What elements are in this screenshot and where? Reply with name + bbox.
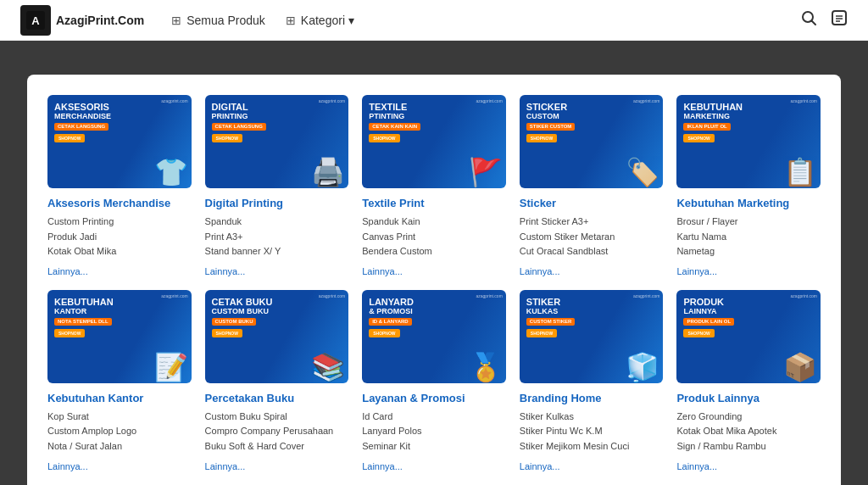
- list-item: Lanyard Polos: [362, 424, 506, 439]
- product-more-kantor[interactable]: Lainnya...: [47, 461, 192, 471]
- product-title-aksesoris: Aksesoris Merchandise: [47, 197, 192, 209]
- kategori-icon: ⊞: [286, 14, 296, 27]
- banner-emoji-sticker: 🏷️: [626, 156, 659, 188]
- list-item: Stiker Pintu Wc K.M: [520, 424, 664, 439]
- list-item: Seminar Kit: [362, 439, 506, 454]
- svg-line-3: [812, 21, 816, 25]
- logo-icon: A: [20, 5, 51, 36]
- list-item: Zero Grounding: [676, 410, 821, 425]
- list-item: Kotak Obat Mika Apotek: [676, 424, 821, 439]
- header: A AzagiPrint.Com ⊞ Semua Produk ⊞ Katego…: [0, 0, 868, 41]
- banner-emoji-buku: 📚: [311, 351, 345, 383]
- product-more-marketing[interactable]: Lainnya...: [676, 266, 821, 276]
- product-title-kantor: Kebutuhan Kantor: [47, 392, 192, 404]
- product-more-aksesoris[interactable]: Lainnya...: [47, 266, 192, 276]
- product-banner-lainnya[interactable]: PRODUK LAINNYA PRODUK LAIN OL SHOPNOW az…: [676, 290, 821, 383]
- banner-emoji-textile: 🚩: [469, 156, 503, 188]
- azagi-logo-small-textile: azagprint.com: [476, 98, 502, 103]
- product-more-lanyard[interactable]: Lainnya...: [362, 461, 506, 471]
- list-item: Compro Company Perusahaan: [205, 424, 349, 439]
- banner-title-sticker: STICKER CUSTOM STIKER CUSTOM SHOPNOW: [526, 102, 594, 142]
- product-banner-textile[interactable]: TEXTILE PTINTING CETAK KAIN KAIN SHOPNOW…: [362, 95, 506, 188]
- product-title-lainnya: Produk Lainnya: [676, 392, 821, 404]
- banner-emoji-lainnya: 📦: [783, 351, 817, 383]
- banner-emoji-kantor: 📝: [154, 351, 188, 383]
- list-item: Print Sticker A3+: [520, 215, 664, 230]
- logo-area[interactable]: A AzagiPrint.Com: [20, 5, 144, 36]
- nav-actions: [800, 9, 848, 31]
- banner-emoji-branding: 🧊: [626, 351, 659, 383]
- azagi-logo-small-kantor: azagprint.com: [161, 293, 187, 298]
- product-items-lanyard: Id CardLanyard PolosSeminar Kit: [362, 410, 506, 454]
- product-banner-lanyard[interactable]: LANYARD & PROMOSI ID & LANYARD SHOPNOW a…: [362, 290, 506, 383]
- product-banner-marketing[interactable]: KEBUTUHAN MARKETING IKLAN PLUIT OL SHOPN…: [676, 95, 821, 188]
- product-card-digital: DIGITAL PRINTING CETAK LANGSUNG SHOPNOW …: [205, 95, 349, 276]
- product-items-lainnya: Zero GroundingKotak Obat Mika ApotekSign…: [676, 410, 821, 454]
- product-banner-aksesoris[interactable]: AKSESORIS MERCHANDISE CETAK LANGSUNG SHO…: [47, 95, 192, 188]
- list-item: Kop Surat: [47, 410, 192, 425]
- product-title-branding: Branding Home: [520, 392, 664, 404]
- product-more-branding[interactable]: Lainnya...: [520, 461, 664, 471]
- product-title-digital: Digital Printing: [205, 197, 349, 209]
- product-title-lanyard: Layanan & Promosi: [362, 392, 506, 404]
- product-card-buku: CETAK BUKU CUSTOM BUKU CUSTOM BUKU SHOPN…: [205, 290, 349, 471]
- product-more-buku[interactable]: Lainnya...: [205, 461, 349, 471]
- product-banner-branding[interactable]: STIKER KULKAS CUSTOM STIKER SHOPNOW azag…: [520, 290, 664, 383]
- azagi-logo-small-buku: azagprint.com: [319, 293, 345, 298]
- list-item: Custom Printing: [47, 215, 192, 230]
- product-items-aksesoris: Custom PrintingProduk JadiKotak Obat Mik…: [47, 215, 192, 259]
- banner-emoji-aksesoris: 👕: [154, 156, 188, 188]
- list-item: Stand banner X/ Y: [205, 244, 349, 259]
- product-items-digital: SpandukPrint A3+Stand banner X/ Y: [205, 215, 349, 259]
- product-title-sticker: Sticker: [520, 197, 664, 209]
- product-title-buku: Percetakan Buku: [205, 392, 349, 404]
- list-item: Custom Amplop Logo: [47, 424, 192, 439]
- product-banner-buku[interactable]: CETAK BUKU CUSTOM BUKU CUSTOM BUKU SHOPN…: [205, 290, 349, 383]
- banner-title-lanyard: LANYARD & PROMOSI ID & LANYARD SHOPNOW: [369, 297, 437, 337]
- banner-emoji-lanyard: 🏅: [469, 351, 503, 383]
- nav-semua-produk[interactable]: ⊞ Semua Produk: [171, 10, 265, 31]
- list-item: Id Card: [362, 410, 506, 425]
- azagi-logo-small-marketing: azagprint.com: [791, 98, 817, 103]
- list-item: Stiker Kulkas: [520, 410, 664, 425]
- list-item: Bendera Custom: [362, 244, 506, 259]
- list-item: Buku Soft & Hard Cover: [205, 439, 349, 454]
- product-items-branding: Stiker KulkasStiker Pintu Wc K.MStiker M…: [520, 410, 664, 454]
- banner-emoji-marketing: 📋: [783, 156, 817, 188]
- product-more-sticker[interactable]: Lainnya...: [520, 266, 664, 276]
- banner-title-lainnya: PRODUK LAINNYA PRODUK LAIN OL SHOPNOW: [683, 297, 751, 337]
- product-card-sticker: STICKER CUSTOM STIKER CUSTOM SHOPNOW aza…: [520, 95, 664, 276]
- list-item: Cut Oracal Sandblast: [520, 244, 664, 259]
- banner-title-branding: STIKER KULKAS CUSTOM STIKER SHOPNOW: [526, 297, 594, 337]
- product-card-textile: TEXTILE PTINTING CETAK KAIN KAIN SHOPNOW…: [362, 95, 506, 276]
- product-card-aksesoris: AKSESORIS MERCHANDISE CETAK LANGSUNG SHO…: [47, 95, 192, 276]
- product-card-lainnya: PRODUK LAINNYA PRODUK LAIN OL SHOPNOW az…: [676, 290, 821, 471]
- main-nav: ⊞ Semua Produk ⊞ Kategori ▾: [171, 10, 800, 31]
- azagi-logo-small-sticker: azagprint.com: [633, 98, 659, 103]
- product-items-buku: Custom Buku SpiralCompro Company Perusah…: [205, 410, 349, 454]
- product-items-sticker: Print Sticker A3+Custom Stiker MetaranCu…: [520, 215, 664, 259]
- product-banner-kantor[interactable]: KEBUTUHAN KANTOR NOTA STEMPEL DLL SHOPNO…: [47, 290, 192, 383]
- list-item: Sign / Rambu Rambu: [676, 439, 821, 454]
- product-banner-digital[interactable]: DIGITAL PRINTING CETAK LANGSUNG SHOPNOW …: [205, 95, 349, 188]
- banner-title-aksesoris: AKSESORIS MERCHANDISE CETAK LANGSUNG SHO…: [54, 102, 122, 142]
- product-more-textile[interactable]: Lainnya...: [362, 266, 506, 276]
- list-item: Kotak Obat Mika: [47, 244, 192, 259]
- azagi-logo-small-aksesoris: azagprint.com: [161, 98, 187, 103]
- list-item: Custom Stiker Metaran: [520, 230, 664, 245]
- user-icon[interactable]: [831, 9, 848, 31]
- main-content: AKSESORIS MERCHANDISE CETAK LANGSUNG SHO…: [27, 75, 841, 485]
- azagi-logo-small-lainnya: azagprint.com: [791, 293, 817, 298]
- product-items-kantor: Kop SuratCustom Amplop LogoNota / Surat …: [47, 410, 192, 454]
- logo-text: AzagiPrint.Com: [56, 14, 144, 27]
- nav-kategori[interactable]: ⊞ Kategori ▾: [286, 10, 354, 31]
- product-banner-sticker[interactable]: STICKER CUSTOM STIKER CUSTOM SHOPNOW aza…: [520, 95, 664, 188]
- product-more-lainnya[interactable]: Lainnya...: [676, 461, 821, 471]
- product-card-branding: STIKER KULKAS CUSTOM STIKER SHOPNOW azag…: [520, 290, 664, 471]
- list-item: Canvas Print: [362, 230, 506, 245]
- product-more-digital[interactable]: Lainnya...: [205, 266, 349, 276]
- list-item: Stiker Mejikom Mesin Cuci: [520, 439, 664, 454]
- banner-title-textile: TEXTILE PTINTING CETAK KAIN KAIN SHOPNOW: [369, 102, 437, 142]
- list-item: Produk Jadi: [47, 230, 192, 245]
- search-icon[interactable]: [800, 9, 817, 31]
